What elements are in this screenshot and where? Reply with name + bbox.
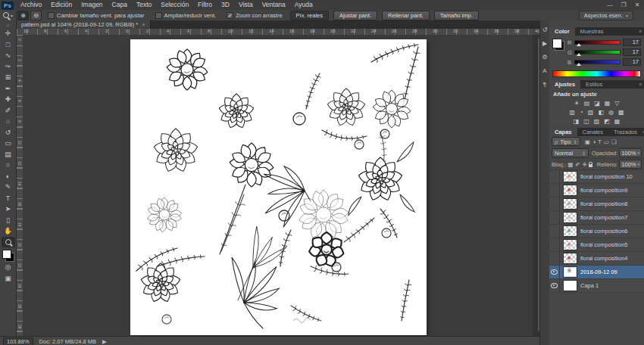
visibility-toggle[interactable]: [549, 238, 560, 251]
option-checkbox[interactable]: ✓Zoom con arrastre: [227, 12, 282, 19]
channel-value[interactable]: 17: [623, 39, 641, 46]
layer-row[interactable]: floral composition4: [549, 252, 644, 266]
slider-knob[interactable]: [577, 63, 581, 66]
blur-tool[interactable]: ○: [2, 160, 15, 171]
crop-tool[interactable]: ⊞: [2, 72, 15, 83]
path-selection-tool[interactable]: ➤: [2, 204, 15, 215]
screen-mode[interactable]: ▣: [2, 273, 15, 284]
eraser-tool[interactable]: ▭: [2, 138, 15, 149]
menu-texto[interactable]: Texto: [132, 0, 156, 10]
tab-color[interactable]: Color: [549, 27, 575, 36]
channel-value[interactable]: 17: [623, 48, 641, 56]
menu-ayuda[interactable]: Ayuda: [290, 0, 317, 10]
toolbar-grip[interactable]: »: [7, 23, 9, 28]
menu-filtro[interactable]: Filtro: [193, 0, 217, 10]
layer-thumbnail[interactable]: [563, 185, 577, 196]
adjustment-icon[interactable]: ▥: [569, 109, 575, 116]
zoom-level-field[interactable]: 103.88%: [3, 337, 33, 345]
channel-slider[interactable]: [574, 40, 621, 45]
options-button[interactable]: Ajustar pant.: [333, 11, 377, 20]
layer-thumbnail[interactable]: [563, 198, 577, 210]
color-spectrum-ramp[interactable]: [552, 70, 641, 77]
tab-muestras[interactable]: Muestras: [575, 27, 609, 36]
layer-filter-icon[interactable]: ◑: [592, 138, 596, 145]
fill-field[interactable]: 100% ▾: [619, 160, 642, 169]
document-tab[interactable]: pattern.psd al 104% (2018-09-12 09, RGB/…: [17, 20, 151, 29]
layer-row[interactable]: floral composition5: [549, 238, 644, 252]
visibility-toggle[interactable]: [549, 211, 560, 224]
lock-all-icon[interactable]: [589, 164, 592, 167]
layer-filter-icon[interactable]: T: [598, 138, 602, 145]
hand-tool[interactable]: ✋: [2, 225, 15, 237]
tab-capas[interactable]: Capas: [549, 128, 577, 136]
adjustment-icon[interactable]: ☀: [574, 100, 579, 107]
layer-row[interactable]: floral composition 10: [549, 170, 644, 184]
zoom-out-toggle[interactable]: ⊖: [30, 11, 42, 20]
gradient-tool[interactable]: ▤: [2, 149, 15, 160]
adjustment-icon[interactable]: ▤: [584, 100, 590, 107]
adjustment-icon[interactable]: ◧: [598, 109, 604, 116]
options-button[interactable]: Rellenar pant.: [382, 11, 430, 20]
panel-menu-icon[interactable]: ≡: [639, 29, 642, 34]
pasteboard[interactable]: [23, 35, 533, 336]
adjustment-icon[interactable]: ◍: [608, 109, 614, 116]
channel-slider[interactable]: [574, 50, 621, 54]
zoom-tool[interactable]: [2, 237, 15, 248]
filter-kind-select[interactable]: ρ Tipo ⇕: [552, 137, 580, 146]
options-button[interactable]: Píx. reales: [290, 11, 329, 20]
status-options-arrow[interactable]: ▶: [102, 338, 107, 345]
lock-icon[interactable]: ▦: [567, 161, 573, 168]
tab-canales[interactable]: Canales: [577, 128, 609, 136]
foreground-color-swatch[interactable]: [552, 39, 562, 48]
workspace-switcher[interactable]: Aspectos esen. ▾: [579, 11, 633, 20]
tab-ajustes[interactable]: Ajustes: [549, 80, 580, 89]
panel-menu-icon[interactable]: ≡: [639, 82, 642, 87]
layer-filter-icon[interactable]: ▣: [585, 138, 590, 145]
adjustment-icon[interactable]: ◔: [580, 109, 583, 116]
visibility-toggle[interactable]: [549, 252, 560, 265]
layer-thumbnail[interactable]: [563, 225, 577, 237]
menu-ventana[interactable]: Ventana: [258, 0, 290, 10]
zoom-in-toggle[interactable]: ⊕: [17, 11, 29, 20]
checkbox-icon[interactable]: ✓: [227, 12, 233, 19]
quick-mask-mode[interactable]: ◎: [2, 262, 15, 273]
layer-row[interactable]: floral composition8: [549, 197, 644, 211]
menu-capa[interactable]: Capa: [108, 0, 132, 10]
menu-selección[interactable]: Selección: [156, 0, 193, 10]
properties-panel-icon[interactable]: ⚙: [540, 54, 550, 61]
foreground-background-swatches[interactable]: [552, 39, 564, 51]
menu-3d[interactable]: 3D: [217, 0, 234, 10]
layer-row[interactable]: floral composition9: [549, 184, 644, 197]
minimize-icon[interactable]: —: [603, 0, 617, 10]
actions-panel-icon[interactable]: ▶: [540, 40, 550, 47]
type-tool[interactable]: T: [2, 193, 15, 204]
checkbox-icon[interactable]: [155, 12, 162, 19]
options-button[interactable]: Tamaño imp.: [434, 11, 479, 20]
close-icon[interactable]: ✕: [630, 0, 644, 10]
shape-tool[interactable]: ▯: [2, 215, 15, 226]
menu-vista[interactable]: Vista: [234, 0, 258, 10]
character-panel-icon[interactable]: A: [540, 67, 550, 74]
layer-row[interactable]: Capa 1: [549, 279, 644, 293]
layer-thumbnail[interactable]: [563, 280, 577, 291]
document-canvas[interactable]: [130, 39, 427, 335]
visibility-toggle[interactable]: [549, 225, 560, 238]
eyedropper-tool[interactable]: ✒: [2, 83, 15, 95]
adjustment-icon[interactable]: ▧: [588, 109, 594, 116]
layer-thumbnail[interactable]: [563, 239, 577, 250]
marquee-tool[interactable]: □: [2, 39, 15, 51]
layer-filter-icon[interactable]: ❏: [611, 138, 617, 145]
healing-brush-tool[interactable]: ✚: [2, 94, 15, 105]
paragraph-panel-icon[interactable]: ¶: [540, 81, 550, 88]
visibility-toggle[interactable]: [549, 279, 560, 292]
layer-filter-icon[interactable]: ▭: [604, 138, 609, 145]
layer-thumbnail[interactable]: [563, 266, 577, 278]
restore-icon[interactable]: ❐: [617, 0, 630, 10]
adjustment-icon[interactable]: ◪: [594, 100, 600, 107]
clone-stamp-tool[interactable]: ⌂: [2, 116, 15, 127]
adjustment-icon[interactable]: ▩: [618, 109, 624, 116]
layer-thumbnail[interactable]: [563, 253, 577, 264]
history-brush-tool[interactable]: ↺: [2, 127, 15, 138]
tool-preset-picker[interactable]: ▾: [0, 10, 17, 20]
layer-row[interactable]: floral composition6: [549, 225, 644, 238]
